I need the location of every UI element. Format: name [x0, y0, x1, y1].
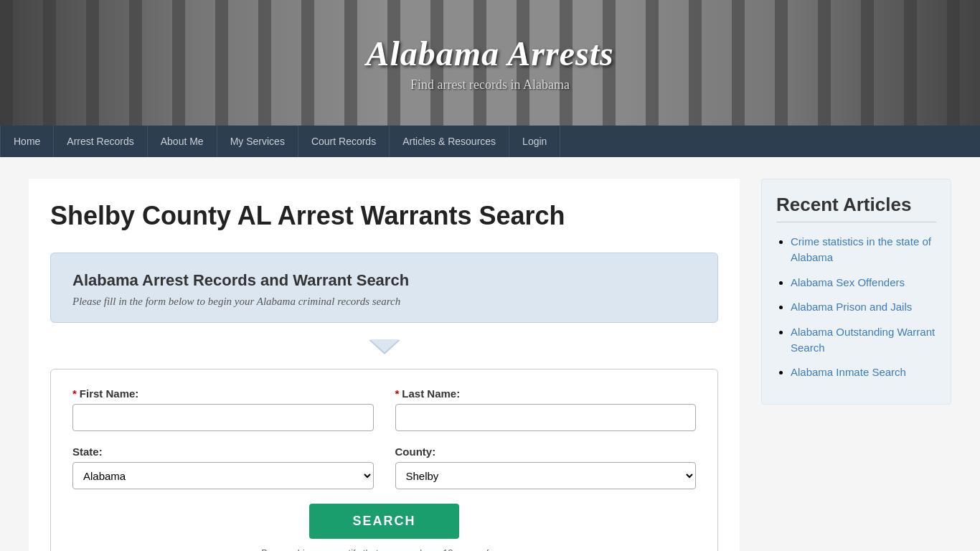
site-title: Alabama Arrests: [366, 34, 613, 73]
main-content: Shelby County AL Arrest Warrants Search …: [29, 179, 740, 551]
list-item: Alabama Outstanding Warrant Search: [791, 324, 936, 357]
state-group: State: Alabama: [72, 446, 374, 489]
location-row: State: Alabama County: Shelby: [72, 446, 696, 489]
last-name-required-star: *: [395, 387, 400, 400]
county-label: County:: [395, 446, 697, 458]
list-item: Alabama Sex Offenders: [791, 275, 936, 291]
nav-arrest-records[interactable]: Arrest Records: [54, 126, 147, 157]
state-select[interactable]: Alabama: [72, 462, 374, 489]
sidebar: Recent Articles Crime statistics in the …: [761, 179, 951, 405]
article-link-sex-offenders[interactable]: Alabama Sex Offenders: [791, 276, 905, 288]
first-name-input[interactable]: [72, 404, 374, 431]
nav-my-services[interactable]: My Services: [217, 126, 298, 157]
content-area: Shelby County AL Arrest Warrants Search …: [0, 157, 980, 551]
search-panel-title: Alabama Arrest Records and Warrant Searc…: [72, 271, 696, 290]
article-link-inmate-search[interactable]: Alabama Inmate Search: [791, 366, 906, 378]
search-btn-row: SEARCH By searching you certify that you…: [72, 504, 696, 551]
state-label: State:: [72, 446, 374, 458]
first-name-label: *First Name:: [72, 387, 374, 400]
nav-home[interactable]: Home: [0, 126, 54, 157]
search-panel: Alabama Arrest Records and Warrant Searc…: [50, 253, 718, 323]
first-name-required-star: *: [72, 387, 77, 400]
first-name-group: *First Name:: [72, 387, 374, 431]
page-heading: Shelby County AL Arrest Warrants Search: [50, 200, 718, 231]
nav-court-records[interactable]: Court Records: [298, 126, 390, 157]
certify-text: By searching you certify that you are ab…: [72, 547, 696, 551]
panel-triangle: [369, 340, 400, 354]
nav-about-me[interactable]: About Me: [148, 126, 217, 157]
article-link-crime-stats[interactable]: Crime statistics in the state of Alabama: [791, 235, 931, 263]
site-subtitle: Find arrest records in Alabama: [366, 77, 613, 93]
county-select[interactable]: Shelby: [395, 462, 697, 489]
search-button[interactable]: SEARCH: [309, 504, 458, 539]
sidebar-articles-list: Crime statistics in the state of Alabama…: [776, 234, 936, 381]
last-name-group: *Last Name:: [395, 387, 697, 431]
nav-articles-resources[interactable]: Articles & Resources: [390, 126, 509, 157]
search-form: *First Name: *Last Name: State:: [50, 369, 718, 551]
list-item: Alabama Prison and Jails: [791, 299, 936, 315]
article-link-prison-jails[interactable]: Alabama Prison and Jails: [791, 301, 912, 313]
name-row: *First Name: *Last Name:: [72, 387, 696, 431]
site-header: Alabama Arrests Find arrest records in A…: [0, 0, 980, 126]
list-item: Crime statistics in the state of Alabama: [791, 234, 936, 266]
list-item: Alabama Inmate Search: [791, 364, 936, 380]
nav-login[interactable]: Login: [509, 126, 560, 157]
county-group: County: Shelby: [395, 446, 697, 489]
header-content: Alabama Arrests Find arrest records in A…: [366, 34, 613, 93]
search-panel-subtitle: Please fill in the form below to begin y…: [72, 296, 696, 308]
last-name-input[interactable]: [395, 404, 697, 431]
main-nav: Home Arrest Records About Me My Services…: [0, 126, 980, 157]
article-link-warrant-search[interactable]: Alabama Outstanding Warrant Search: [791, 326, 935, 354]
page-wrapper: Shelby County AL Arrest Warrants Search …: [0, 157, 980, 551]
last-name-label: *Last Name:: [395, 387, 697, 400]
sidebar-title: Recent Articles: [776, 194, 936, 222]
